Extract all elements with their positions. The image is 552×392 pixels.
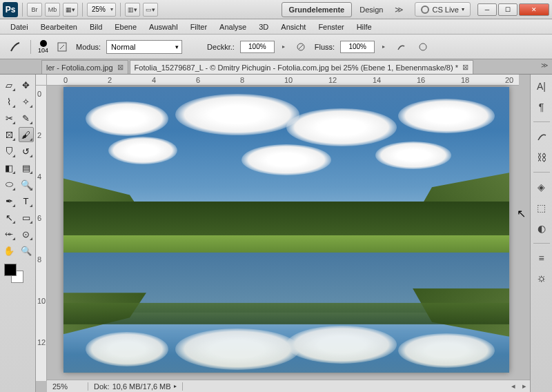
- image-content: [63, 87, 509, 373]
- svg-point-1: [297, 43, 304, 50]
- close-button[interactable]: ✕: [519, 3, 549, 16]
- gradient-tool[interactable]: ▤: [19, 160, 34, 175]
- character-panel-icon[interactable]: A|: [534, 79, 549, 94]
- brush-size-label: 104: [38, 47, 48, 54]
- status-zoom[interactable]: 25%: [47, 382, 88, 391]
- tools-panel: ▱ ✥ ⌇ ✧ ✂ ✎ ⛝ 🖌 ⛉ ↺ ◧ ▤ ⬭ 🔍 ✒ T ↖ ▭ ⬰ ⊙ …: [0, 75, 36, 392]
- brush-dot-icon: [40, 40, 47, 47]
- wand-tool[interactable]: ✧: [19, 94, 34, 109]
- options-bar: 104 Modus: Normal Deckkr.: 100% ▸ Fluss:…: [0, 35, 552, 59]
- tablet-size-button[interactable]: [415, 39, 431, 55]
- lasso-tool[interactable]: ⌇: [1, 94, 17, 109]
- brushes-panel-icon[interactable]: [534, 129, 549, 144]
- menu-bild[interactable]: Bild: [83, 21, 108, 33]
- minibridge-button[interactable]: Mb: [45, 3, 60, 17]
- tool-preset-icon[interactable]: [7, 39, 23, 55]
- tablet-opacity-button[interactable]: [293, 39, 309, 55]
- layers-panel-icon[interactable]: ◈: [534, 179, 549, 195]
- vertical-ruler[interactable]: 024681012: [36, 86, 47, 381]
- menu-hilfe[interactable]: Hilfe: [351, 21, 378, 33]
- 3d-camera-tool[interactable]: ⊙: [19, 226, 34, 242]
- horizontal-ruler[interactable]: 02468101214161820: [47, 75, 519, 86]
- screen-mode-button[interactable]: ▭▾: [143, 3, 158, 17]
- menu-fenster[interactable]: Fenster: [312, 21, 350, 33]
- tab-close-icon[interactable]: ⊠: [117, 63, 124, 72]
- adjustments-panel-icon[interactable]: ≡: [534, 251, 549, 266]
- foreground-color-swatch[interactable]: [4, 264, 17, 276]
- svg-rect-0: [58, 43, 66, 51]
- menu-ebene[interactable]: Ebene: [108, 21, 143, 33]
- airbrush-button[interactable]: [393, 39, 409, 55]
- scroll-right-icon[interactable]: ▸: [519, 382, 530, 391]
- shape-tool[interactable]: ▭: [19, 210, 34, 225]
- ruler-origin[interactable]: [36, 75, 47, 86]
- workspace-tab-design[interactable]: Design: [352, 2, 391, 17]
- view-options-button[interactable]: ▦▾: [63, 3, 78, 17]
- document-tab-2[interactable]: Fotolia_15279687_L - © Dmitry Pichugin -…: [130, 60, 473, 74]
- menu-3d[interactable]: 3D: [253, 21, 275, 33]
- maximize-button[interactable]: ☐: [498, 3, 518, 16]
- brush-panel-button[interactable]: [54, 39, 70, 55]
- minimize-button[interactable]: ─: [477, 3, 497, 16]
- color-swatches[interactable]: [4, 264, 34, 287]
- opacity-slider-icon[interactable]: ▸: [280, 41, 287, 53]
- mode-label: Modus:: [76, 43, 101, 51]
- menu-datei[interactable]: Datei: [4, 21, 34, 33]
- tab-title: ler - Fotolia.com.jpg: [46, 63, 113, 72]
- crop-tool[interactable]: ✂: [1, 110, 17, 126]
- dodge-tool[interactable]: 🔍: [19, 177, 34, 192]
- flow-input[interactable]: 100%: [340, 41, 375, 53]
- scroll-left-icon[interactable]: ◂: [508, 382, 519, 391]
- tab-close-icon[interactable]: ⊠: [462, 63, 469, 72]
- document-canvas[interactable]: [63, 87, 509, 373]
- opacity-label: Deckkr.:: [207, 43, 235, 51]
- tabs-overflow-button[interactable]: ≫: [541, 61, 548, 69]
- styles-panel-icon[interactable]: ⛭: [534, 271, 549, 286]
- history-brush-tool[interactable]: ↺: [19, 144, 34, 159]
- type-tool[interactable]: T: [19, 193, 34, 208]
- zoom-tool[interactable]: 🔍: [19, 243, 34, 258]
- menu-bar: Datei Bearbeiten Bild Ebene Auswahl Filt…: [0, 19, 552, 35]
- title-bar: Ps Br Mb ▦▾ 25% ▥▾ ▭▾ Grundelemente Desi…: [0, 0, 552, 19]
- status-doc-size[interactable]: Dok: 10,6 MB/17,6 MB ▸: [88, 382, 183, 391]
- blend-mode-select[interactable]: Normal: [106, 40, 182, 54]
- menu-bearbeiten[interactable]: Bearbeiten: [34, 21, 83, 33]
- zoom-level-combo[interactable]: 25%: [87, 3, 116, 17]
- paragraph-panel-icon[interactable]: ¶: [534, 99, 549, 115]
- stamp-tool[interactable]: ⛉: [1, 144, 17, 159]
- healing-tool[interactable]: ⛝: [1, 127, 17, 142]
- menu-analyse[interactable]: Analyse: [213, 21, 253, 33]
- 3d-tool[interactable]: ⬰: [1, 226, 17, 242]
- menu-filter[interactable]: Filter: [184, 21, 213, 33]
- workspace-tab-grundelemente[interactable]: Grundelemente: [282, 2, 353, 17]
- hand-tool[interactable]: ✋: [1, 243, 17, 258]
- brush-preview[interactable]: 104: [38, 40, 48, 54]
- eraser-tool[interactable]: ◧: [1, 160, 17, 175]
- collapsed-panels: A| ¶ ⛓ ◈ ⬚ ◐ ≡ ⛭: [530, 75, 552, 392]
- flow-slider-icon[interactable]: ▸: [380, 41, 387, 53]
- marquee-tool[interactable]: ✥: [19, 77, 34, 92]
- channels-panel-icon[interactable]: ◐: [534, 221, 549, 236]
- brush-tool[interactable]: 🖌: [19, 127, 34, 142]
- bridge-button[interactable]: Br: [27, 3, 42, 17]
- cslive-icon: [421, 6, 429, 14]
- tab-title: Fotolia_15279687_L - © Dmitry Pichugin -…: [135, 63, 458, 72]
- eyedropper-tool[interactable]: ✎: [19, 110, 34, 126]
- cursor-icon: ↖: [517, 207, 526, 220]
- pen-tool[interactable]: ✒: [1, 193, 17, 208]
- blur-tool[interactable]: ⬭: [1, 177, 17, 192]
- menu-ansicht[interactable]: Ansicht: [275, 21, 312, 33]
- document-tab-1[interactable]: ler - Fotolia.com.jpg ⊠: [41, 60, 128, 74]
- move-tool[interactable]: ▱: [1, 77, 17, 92]
- paths-panel-icon[interactable]: ⬚: [534, 200, 549, 215]
- cs-live-button[interactable]: CS Live ▾: [415, 2, 471, 17]
- path-select-tool[interactable]: ↖: [1, 210, 17, 225]
- workspace-more-button[interactable]: ≫: [391, 5, 408, 14]
- opacity-input[interactable]: 100%: [240, 41, 275, 53]
- arrange-button[interactable]: ▥▾: [125, 3, 140, 17]
- status-bar: 25% Dok: 10,6 MB/17,6 MB ▸ ◂ ▸: [47, 380, 530, 392]
- clone-panel-icon[interactable]: ⛓: [534, 150, 549, 165]
- menu-auswahl[interactable]: Auswahl: [143, 21, 184, 33]
- flow-label: Fluss:: [315, 43, 335, 51]
- svg-point-2: [420, 43, 426, 50]
